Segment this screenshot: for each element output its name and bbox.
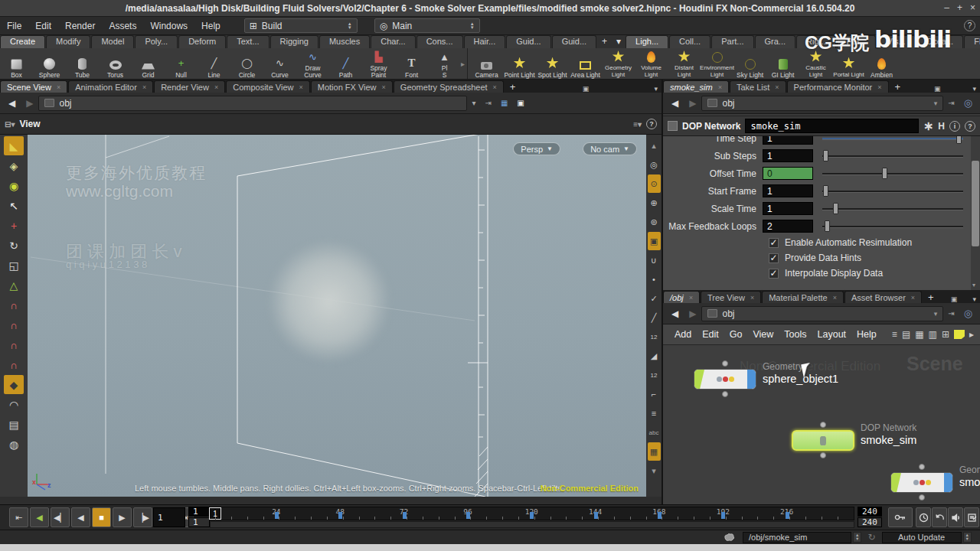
shelf-tool-ambien[interactable]: Ambien (865, 48, 898, 80)
shelf-tab-muscles[interactable]: Muscles (319, 35, 370, 48)
back-icon[interactable]: ◀ (666, 98, 684, 109)
shelf-tab-coll[interactable]: Coll... (669, 35, 710, 48)
pose-tool[interactable]: △ (4, 276, 24, 295)
parameter-value-field[interactable]: 2 (763, 220, 813, 233)
forward-icon[interactable]: ▶ (21, 98, 38, 109)
prim-numbers-icon[interactable]: 12 (648, 366, 661, 384)
play-reverse-button[interactable]: ◀ (71, 507, 90, 527)
left-tab-animation-editor[interactable]: Animation Editor× (68, 80, 153, 93)
shelf-tab-part[interactable]: Part... (711, 35, 753, 48)
pin-icon[interactable]: ⇥ (481, 99, 496, 107)
maximize-pane-icon[interactable]: ▣ (512, 99, 528, 107)
visualizer-icon[interactable]: ▦ (648, 442, 661, 461)
scrollbar[interactable]: ▾ (971, 136, 980, 290)
back-icon[interactable]: ◀ (666, 308, 684, 319)
shelf-tab-hair[interactable]: Hair... (464, 35, 506, 48)
slider-handle[interactable] (882, 168, 887, 179)
translate-tool[interactable]: + (4, 216, 24, 235)
pane-menu-icon[interactable]: ▾ (969, 295, 980, 303)
close-icon[interactable]: × (718, 83, 722, 91)
shelf-tool-spot-light[interactable]: Spot Light (536, 48, 569, 80)
node-body[interactable] (890, 472, 953, 493)
net-display-icon-0[interactable]: ≡ (892, 329, 897, 340)
viewport-3d[interactable]: 更多海外优质教程 www.cgltg.com 团 课 加 团 长 v q i q… (28, 135, 646, 497)
close-icon[interactable]: × (911, 294, 915, 302)
parameter-slider[interactable] (822, 202, 963, 215)
shelf-tool-sky-light[interactable]: Sky Light (733, 48, 766, 80)
param-help-icon[interactable]: ? (965, 121, 975, 132)
shelf-tool-sphere[interactable]: Sphere (33, 48, 66, 80)
snap-prim-tool[interactable]: ∩ (4, 315, 24, 334)
update-mode-selector[interactable]: Auto Update (882, 532, 962, 543)
snap-grid-tool[interactable]: ∩ (4, 295, 24, 315)
notes-button[interactable] (964, 507, 979, 527)
info-icon[interactable]: i (949, 121, 960, 132)
prim-display-icon[interactable]: ◢ (648, 347, 661, 365)
close-icon[interactable]: × (299, 83, 302, 91)
right-tab-smoke_sim[interactable]: smoke_sim× (663, 80, 729, 93)
shelf-tab-ligh[interactable]: Ligh... (626, 35, 668, 48)
network-editor-canvas[interactable]: Non-Commercial Edition Scene Geometrysph… (663, 345, 980, 504)
close-icon[interactable]: × (57, 83, 60, 91)
net-overflow-icon[interactable]: ▸ (969, 329, 974, 340)
shelf-tab-deform[interactable]: Deform (178, 35, 226, 48)
scroll-down-icon[interactable]: ▾ (972, 282, 975, 289)
shelf-tool-draw-curve[interactable]: ∿Draw Curve (296, 48, 329, 80)
close-icon[interactable]: × (750, 294, 754, 302)
shelf-tab-modify[interactable]: Modify (46, 35, 90, 48)
shelf-tab-cons[interactable]: Cons... (416, 35, 463, 48)
forward-icon[interactable]: ▶ (684, 308, 701, 319)
point-numbers-icon[interactable]: 12 (648, 328, 661, 346)
shelf-tool-grid[interactable]: Grid (132, 48, 165, 80)
spinner-icon[interactable]: ▲▼ (963, 532, 972, 543)
new-tab-icon[interactable]: + (890, 81, 906, 93)
slider-handle[interactable] (825, 220, 830, 232)
rotate-tool[interactable]: ↻ (4, 236, 24, 255)
back-icon[interactable]: ◀ (3, 98, 21, 109)
sticky-note-icon[interactable] (954, 330, 965, 339)
shelf-tool-font[interactable]: TFont (395, 48, 428, 80)
layout-tool[interactable]: ▤ (4, 415, 24, 434)
node-output-connector[interactable] (919, 494, 925, 500)
view-options-icon[interactable]: ◎ (648, 155, 661, 174)
pane-maximize-icon[interactable]: ▣ (930, 85, 945, 93)
show-handles-tool[interactable]: ◣ (4, 136, 24, 155)
corner-display-icon[interactable]: ⌐ (648, 385, 661, 403)
view-tool[interactable]: ◆ (4, 375, 24, 394)
path-field[interactable]: obj (38, 96, 467, 111)
net-tab-tree-view[interactable]: Tree View× (701, 291, 761, 303)
net-tab-asset-browser[interactable]: Asset Browser× (844, 291, 922, 303)
scrollbar-thumb[interactable] (972, 161, 979, 246)
parameter-value-field[interactable]: 1 (763, 149, 813, 162)
chevron-down-icon[interactable]: ▾ (934, 99, 938, 107)
recook-icon[interactable]: ↻ (867, 532, 875, 543)
parameter-slider[interactable] (822, 136, 963, 145)
shelf-tool-tube[interactable]: Tube (66, 48, 99, 80)
vertex-display-icon[interactable]: ✓ (648, 289, 661, 308)
parameter-value-field[interactable]: 1 (763, 202, 813, 215)
shelf-tool-circle[interactable]: ◯Circle (230, 48, 263, 80)
shelf-menu-icon[interactable]: ▾ (612, 35, 626, 48)
shelf-tool-torus[interactable]: Torus (99, 48, 132, 80)
shelf-tool-curve[interactable]: ∿Curve (263, 48, 296, 80)
filter-icon[interactable]: ▦ (496, 99, 512, 107)
radial-menu-icon[interactable]: ◎ (959, 97, 977, 109)
pan-hand-icon[interactable]: ∪ (648, 251, 661, 269)
view-list-icon[interactable]: ≡▾ (629, 120, 646, 129)
step-forward-button[interactable]: ▕▶ (133, 507, 152, 527)
prev-keyframe-button[interactable]: ◀ (30, 507, 49, 527)
slider-handle[interactable] (833, 203, 838, 214)
checkbox-checked-icon[interactable]: ✓ (769, 269, 779, 279)
new-tab-icon[interactable]: + (505, 81, 521, 93)
parameter-value-field[interactable]: 1 (763, 136, 813, 145)
scale-tool[interactable]: ◱ (4, 256, 24, 275)
scroll-up-icon[interactable]: ▴ (648, 136, 661, 155)
shelf-tool-camera[interactable]: Camera (470, 48, 503, 80)
shelf-tool-path[interactable]: ╱Path (329, 48, 362, 80)
close-icon[interactable]: × (877, 83, 881, 91)
snap-point-tool[interactable]: ∩ (4, 335, 24, 354)
main-selector[interactable]: ◎ Main ▲▼ (374, 18, 480, 33)
pane-menu-icon[interactable]: ▾ (650, 85, 662, 93)
menu-windows[interactable]: Windows (143, 17, 194, 34)
close-icon[interactable]: × (382, 83, 386, 91)
